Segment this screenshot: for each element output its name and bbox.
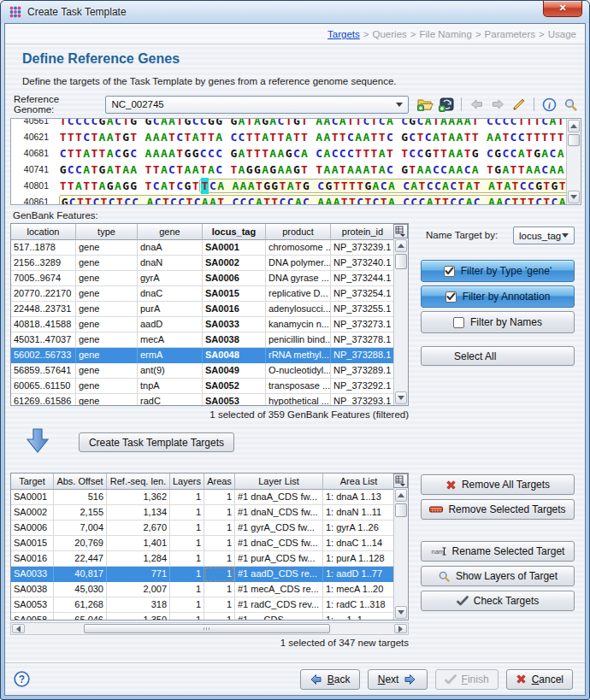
table-cell[interactable]: 1: ... 1..1 [323,613,393,620]
table-cell[interactable]: 1 [204,567,235,582]
filter-button-2[interactable]: Filter by Names [421,311,575,333]
table-row[interactable]: SA00015161,36211#1 dnaA_CDS fw...1: dnaA… [11,490,393,505]
scrollbar-thumb[interactable] [568,134,580,146]
table-row[interactable]: 22448..23731genepurASA0016adenylosucci..… [11,302,393,317]
table-cell[interactable]: 318 [107,597,170,613]
column-header-locus-tag[interactable]: locus_tag [203,224,266,240]
column-header-ref-seq-len-[interactable]: Ref.-seq. len. [107,474,170,490]
table-cell[interactable]: 1,401 [107,536,170,551]
table-cell[interactable]: SA0016 [203,302,266,317]
table-cell[interactable]: 1 [204,490,235,505]
filter-button-0[interactable]: Filter by Type 'gene' [421,260,575,282]
table-cell[interactable]: 22,447 [54,551,107,567]
column-header-gene[interactable]: gene [138,224,203,240]
sequence-vertical-scrollbar[interactable] [566,119,581,204]
table-cell[interactable]: 40818..41588 [11,317,76,332]
table-cell[interactable]: dnaN [138,256,203,271]
table-cell[interactable]: gene [76,394,138,405]
remove-selected-targets-button[interactable]: Remove Selected Targets [421,499,575,520]
table-cell[interactable]: SA0048 [203,348,266,363]
table-cell[interactable]: #1 aadD_CDS re... [235,567,323,582]
show-layers-of-target-button[interactable]: Show Layers of Target [421,566,575,586]
table-cell[interactable]: NP_373278.1 [331,332,393,348]
table-cell[interactable]: 61269..61586 [11,394,76,405]
table-cell[interactable]: transposase ... [266,379,331,394]
table-cell[interactable]: #1 dnaN_CDS fw... [235,505,323,521]
table-row[interactable]: SA005361,26831811#1 radC_CDS rev...1: ra… [11,597,393,613]
table-cell[interactable]: 1 [170,521,204,536]
column-header-location[interactable]: location [11,224,76,240]
table-cell[interactable]: 1 [170,567,204,582]
table-cell[interactable]: hypothetical ... [266,394,331,405]
table-cell[interactable]: mecA [138,332,203,348]
table-cell[interactable]: gene [76,363,138,379]
table-row[interactable]: 60065..61150genetnpASA0052transposase ..… [11,379,393,394]
scroll-left-icon[interactable] [12,624,25,633]
table-cell[interactable]: 20,769 [54,536,107,551]
table-cell[interactable]: NP_373292.1 [331,379,393,394]
table-cell[interactable]: SA0006 [203,271,266,286]
title-bar[interactable]: Create Task Template ✕ [1,1,589,23]
table-cell[interactable]: 45,030 [54,582,107,597]
targets-vertical-scrollbar[interactable] [393,474,408,620]
table-cell[interactable]: 1 [170,597,204,613]
table-cell[interactable]: SA0033 [11,567,54,582]
table-row[interactable]: SA00022,1551,13411#1 dnaN_CDS fw...1: dn… [11,505,393,521]
sequence-row[interactable]: 40681CTTATTACGCAAAATGGCCCGATTTAAGCACACCC… [15,145,565,162]
table-cell[interactable]: 1 [170,536,204,551]
table-cell[interactable]: #1 mecA_CDS re... [235,582,323,597]
column-header-layer-list[interactable]: Layer List [235,474,323,490]
table-settings-icon[interactable] [393,474,408,488]
table-row[interactable]: SA003340,81777111#1 aadD_CDS re...1: aad… [11,567,393,582]
table-cell[interactable]: O-nucleotidyl... [266,363,331,379]
info-icon[interactable]: i [540,96,558,113]
table-cell[interactable]: 1 [204,613,235,620]
table-row[interactable]: SA001622,4471,28411#1 purA_CDS fw...1: p… [11,551,393,567]
table-cell[interactable]: SA0038 [203,332,266,348]
table-cell[interactable]: 1,362 [107,490,170,505]
name-target-by-select[interactable]: locus_tag [513,226,575,244]
forward-arrow-icon[interactable] [488,96,507,113]
table-cell[interactable]: 7,004 [54,521,107,536]
sequence-row[interactable]: 40621TTTCTAATGTAAATCTATTACCTTATTATTAATTC… [15,129,565,145]
table-cell[interactable]: dnaA [138,240,203,256]
table-cell[interactable]: 2156..3289 [11,256,76,271]
table-cell[interactable]: NP_373289.1 [331,363,393,379]
back-arrow-icon[interactable] [467,96,486,113]
column-header-type[interactable]: type [76,224,138,240]
table-cell[interactable]: 40,817 [54,567,107,582]
table-cell[interactable]: SA0002 [203,256,266,271]
scrollbar-thumb[interactable] [395,254,407,269]
table-cell[interactable]: 517..1878 [11,240,76,256]
table-cell[interactable]: 1 [204,582,235,597]
table-cell[interactable]: 1 [204,521,235,536]
table-row[interactable]: SA00067,0042,67011#1 gyrA_CDS fw...1: gy… [11,521,393,536]
table-cell[interactable]: 1 [170,490,204,505]
table-row[interactable]: 7005..9674genegyrASA0006DNA gyrase ...NP… [11,271,393,286]
table-cell[interactable]: 1,284 [107,551,170,567]
table-cell[interactable]: 1: dnaC 1..14 [323,536,393,551]
table-cell[interactable]: gene [76,317,138,332]
table-row[interactable]: 56002..56733geneermASA0048rRNA methyl...… [11,348,393,363]
table-cell[interactable]: 1 [204,597,235,613]
genbank-vertical-scrollbar[interactable] [393,224,408,405]
table-cell[interactable]: NP_373255.1 [331,302,393,317]
table-cell[interactable]: 1: dnaN 1..11 [323,505,393,521]
table-cell[interactable]: ermA [138,348,203,363]
table-cell[interactable]: SA0033 [203,317,266,332]
table-cell[interactable]: radC [138,394,203,405]
table-cell[interactable]: SA0058 [11,613,54,620]
sequence-row[interactable]: 40861GCTTCTCTCCACTCCTCAATCCCATTCCACAAATT… [15,194,565,205]
rename-selected-target-button[interactable]: namRename Selected Target [421,541,575,562]
table-cell[interactable]: #1 purA_CDS fw... [235,551,323,567]
table-cell[interactable]: 1: dnaA 1..13 [323,490,393,505]
table-cell[interactable]: gene [76,348,138,363]
select-all-button[interactable]: Select All [421,346,575,366]
table-cell[interactable]: gene [76,286,138,302]
table-cell[interactable]: SA0052 [203,379,266,394]
table-cell[interactable]: SA0016 [11,551,54,567]
table-row[interactable]: SA005865,0461,35011#1 ..._CDS ...1: ... … [11,613,393,620]
table-row[interactable]: 517..1878genednaASA0001chromosome ...NP_… [11,240,393,256]
wizard-step-targets[interactable]: Targets [327,29,360,39]
table-cell[interactable]: 1: gyrA 1..26 [323,521,393,536]
